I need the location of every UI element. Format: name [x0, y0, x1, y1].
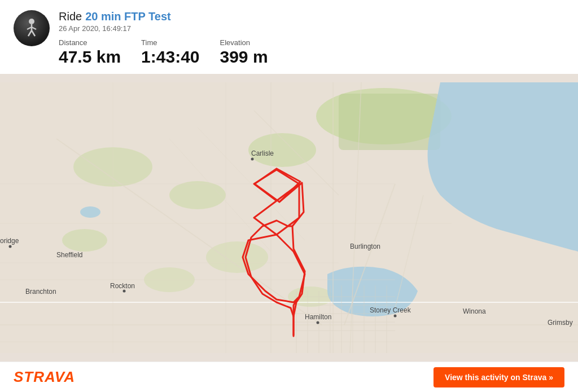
- svg-text:Sheffield: Sheffield: [56, 251, 82, 259]
- stat-elevation: Elevation 399 m: [220, 38, 268, 66]
- svg-point-54: [123, 290, 126, 293]
- map-svg: Carlisle Sheffield Branchton Rockton ori…: [0, 74, 578, 362]
- svg-rect-11: [339, 94, 440, 150]
- stat-distance-value: 47.5 km: [59, 47, 121, 66]
- svg-text:Hamilton: Hamilton: [305, 313, 331, 321]
- ride-title-line: Ride 20 min FTP Test: [59, 10, 564, 23]
- stat-time: Time 1:43:40: [141, 38, 199, 66]
- ride-name: 20 min FTP Test: [85, 10, 171, 23]
- svg-point-0: [29, 19, 34, 24]
- stats: Distance 47.5 km Time 1:43:40 Elevation …: [59, 38, 564, 66]
- svg-point-13: [206, 241, 268, 273]
- avatar: [14, 10, 50, 46]
- svg-text:Grimsby: Grimsby: [548, 319, 573, 327]
- map-background: Carlisle Sheffield Branchton Rockton ori…: [0, 74, 578, 362]
- svg-text:Burlington: Burlington: [350, 243, 380, 250]
- stat-time-label: Time: [141, 38, 199, 47]
- svg-point-12: [62, 229, 107, 252]
- svg-point-16: [80, 206, 100, 218]
- card: Ride 20 min FTP Test 26 Apr 2020, 16:49:…: [0, 0, 578, 392]
- header-info: Ride 20 min FTP Test 26 Apr 2020, 16:49:…: [59, 10, 564, 66]
- svg-text:Rockton: Rockton: [110, 282, 135, 290]
- ride-date: 26 Apr 2020, 16:49:17: [59, 24, 564, 33]
- svg-line-5: [32, 30, 35, 36]
- svg-line-4: [28, 30, 32, 36]
- svg-text:Carlisle: Carlisle: [251, 149, 274, 157]
- stat-elevation-label: Elevation: [220, 38, 268, 47]
- svg-point-61: [394, 315, 397, 318]
- stat-elevation-value: 399 m: [220, 47, 268, 66]
- svg-text:Winona: Winona: [463, 307, 486, 315]
- view-activity-button[interactable]: View this activity on Strava »: [434, 367, 564, 387]
- header: Ride 20 min FTP Test 26 Apr 2020, 16:49:…: [0, 0, 578, 74]
- avatar-icon: [20, 17, 43, 39]
- footer: STRAVA View this activity on Strava »: [0, 362, 578, 392]
- svg-point-9: [169, 181, 226, 209]
- svg-point-59: [317, 321, 319, 324]
- svg-text:Branchton: Branchton: [25, 288, 56, 296]
- stat-distance-label: Distance: [59, 38, 121, 47]
- stat-time-value: 1:43:40: [141, 47, 199, 66]
- strava-logo: STRAVA: [14, 368, 75, 386]
- ride-label: Ride: [59, 10, 82, 23]
- map-container[interactable]: Carlisle Sheffield Branchton Rockton ori…: [0, 74, 578, 362]
- stat-distance: Distance 47.5 km: [59, 38, 121, 66]
- svg-point-50: [251, 158, 254, 161]
- svg-point-56: [9, 245, 12, 248]
- svg-text:oridge: oridge: [0, 237, 19, 245]
- svg-text:Stoney Creek: Stoney Creek: [370, 306, 411, 314]
